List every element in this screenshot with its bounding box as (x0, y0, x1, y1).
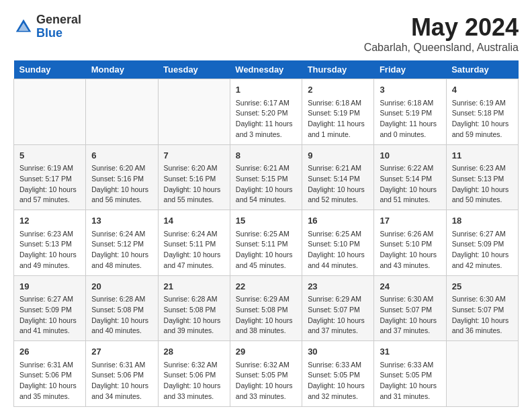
calendar-cell (446, 341, 518, 407)
day-number: 5 (19, 149, 80, 163)
calendar-cell: 25Sunrise: 6:30 AMSunset: 5:07 PMDayligh… (446, 275, 518, 341)
calendar-cell: 22Sunrise: 6:29 AMSunset: 5:08 PMDayligh… (230, 275, 302, 341)
calendar-cell: 11Sunrise: 6:23 AMSunset: 5:13 PMDayligh… (446, 144, 518, 210)
day-number: 12 (19, 214, 80, 228)
day-info: Sunrise: 6:32 AMSunset: 5:05 PMDaylight:… (236, 360, 296, 402)
day-info: Sunrise: 6:30 AMSunset: 5:07 PMDaylight:… (380, 294, 440, 336)
day-number: 25 (452, 280, 513, 293)
logo-text: General Blue (36, 13, 81, 40)
day-number: 1 (236, 83, 296, 97)
calendar-week-3: 12Sunrise: 6:23 AMSunset: 5:13 PMDayligh… (14, 210, 519, 276)
calendar-cell: 30Sunrise: 6:33 AMSunset: 5:05 PMDayligh… (302, 341, 374, 407)
day-number: 13 (91, 214, 152, 228)
calendar-cell: 14Sunrise: 6:24 AMSunset: 5:11 PMDayligh… (158, 210, 230, 276)
day-info: Sunrise: 6:30 AMSunset: 5:07 PMDaylight:… (452, 294, 513, 336)
day-number: 16 (308, 214, 368, 228)
day-number: 10 (380, 149, 440, 163)
weekday-header-tuesday: Tuesday (158, 60, 230, 79)
day-number: 21 (164, 280, 224, 293)
calendar-cell: 1Sunrise: 6:17 AMSunset: 5:20 PMDaylight… (230, 79, 302, 145)
calendar-cell: 18Sunrise: 6:27 AMSunset: 5:09 PMDayligh… (446, 210, 518, 276)
day-number: 27 (91, 345, 152, 359)
day-info: Sunrise: 6:19 AMSunset: 5:17 PMDaylight:… (19, 163, 80, 205)
calendar-cell (86, 79, 158, 145)
logo: General Blue (13, 13, 81, 40)
calendar-cell: 3Sunrise: 6:18 AMSunset: 5:19 PMDaylight… (374, 79, 446, 145)
day-info: Sunrise: 6:19 AMSunset: 5:18 PMDaylight:… (452, 98, 513, 140)
day-number: 28 (164, 345, 224, 359)
day-info: Sunrise: 6:28 AMSunset: 5:08 PMDaylight:… (91, 294, 152, 336)
weekday-header-sunday: Sunday (14, 60, 86, 79)
day-number: 3 (380, 83, 440, 97)
calendar-week-2: 5Sunrise: 6:19 AMSunset: 5:17 PMDaylight… (14, 144, 519, 210)
calendar-body: 1Sunrise: 6:17 AMSunset: 5:20 PMDaylight… (14, 79, 519, 407)
day-number: 14 (164, 214, 224, 228)
day-info: Sunrise: 6:28 AMSunset: 5:08 PMDaylight:… (164, 294, 224, 336)
calendar-cell: 20Sunrise: 6:28 AMSunset: 5:08 PMDayligh… (86, 275, 158, 341)
day-number: 29 (236, 345, 296, 359)
calendar-cell: 9Sunrise: 6:21 AMSunset: 5:14 PMDaylight… (302, 144, 374, 210)
weekday-header-monday: Monday (86, 60, 158, 79)
calendar-cell: 6Sunrise: 6:20 AMSunset: 5:16 PMDaylight… (86, 144, 158, 210)
calendar-cell: 15Sunrise: 6:25 AMSunset: 5:11 PMDayligh… (230, 210, 302, 276)
day-number: 17 (380, 214, 440, 228)
weekday-header-friday: Friday (374, 60, 446, 79)
day-info: Sunrise: 6:33 AMSunset: 5:05 PMDaylight:… (308, 360, 368, 402)
calendar-cell: 17Sunrise: 6:26 AMSunset: 5:10 PMDayligh… (374, 210, 446, 276)
logo-icon (13, 17, 34, 37)
day-info: Sunrise: 6:29 AMSunset: 5:08 PMDaylight:… (236, 294, 296, 336)
calendar-cell: 26Sunrise: 6:31 AMSunset: 5:06 PMDayligh… (14, 341, 86, 407)
calendar-cell: 12Sunrise: 6:23 AMSunset: 5:13 PMDayligh… (14, 210, 86, 276)
day-info: Sunrise: 6:26 AMSunset: 5:10 PMDaylight:… (380, 229, 440, 271)
weekday-header-row: SundayMondayTuesdayWednesdayThursdayFrid… (14, 60, 519, 79)
day-number: 23 (308, 280, 368, 293)
day-info: Sunrise: 6:25 AMSunset: 5:10 PMDaylight:… (308, 229, 368, 271)
day-number: 20 (91, 280, 152, 293)
page-header: General Blue May 2024 Cabarlah, Queensla… (13, 13, 519, 54)
weekday-header-thursday: Thursday (302, 60, 374, 79)
calendar-table: SundayMondayTuesdayWednesdayThursdayFrid… (13, 60, 519, 407)
calendar-cell (158, 79, 230, 145)
day-info: Sunrise: 6:20 AMSunset: 5:16 PMDaylight:… (91, 163, 152, 205)
day-info: Sunrise: 6:24 AMSunset: 5:11 PMDaylight:… (164, 229, 224, 271)
calendar-cell: 24Sunrise: 6:30 AMSunset: 5:07 PMDayligh… (374, 275, 446, 341)
title-area: May 2024 Cabarlah, Queensland, Australia (364, 13, 519, 54)
calendar-cell: 2Sunrise: 6:18 AMSunset: 5:19 PMDaylight… (302, 79, 374, 145)
day-info: Sunrise: 6:20 AMSunset: 5:16 PMDaylight:… (164, 163, 224, 205)
calendar-cell: 28Sunrise: 6:32 AMSunset: 5:06 PMDayligh… (158, 341, 230, 407)
calendar-cell: 13Sunrise: 6:24 AMSunset: 5:12 PMDayligh… (86, 210, 158, 276)
day-number: 7 (164, 149, 224, 163)
day-info: Sunrise: 6:33 AMSunset: 5:05 PMDaylight:… (380, 360, 440, 402)
day-info: Sunrise: 6:31 AMSunset: 5:06 PMDaylight:… (91, 360, 152, 402)
day-number: 24 (380, 280, 440, 293)
day-info: Sunrise: 6:21 AMSunset: 5:14 PMDaylight:… (308, 163, 368, 205)
calendar-week-1: 1Sunrise: 6:17 AMSunset: 5:20 PMDaylight… (14, 79, 519, 145)
calendar-cell: 19Sunrise: 6:27 AMSunset: 5:09 PMDayligh… (14, 275, 86, 341)
calendar-cell: 31Sunrise: 6:33 AMSunset: 5:05 PMDayligh… (374, 341, 446, 407)
day-info: Sunrise: 6:27 AMSunset: 5:09 PMDaylight:… (452, 229, 513, 271)
calendar-cell: 7Sunrise: 6:20 AMSunset: 5:16 PMDaylight… (158, 144, 230, 210)
day-info: Sunrise: 6:27 AMSunset: 5:09 PMDaylight:… (19, 294, 80, 336)
day-number: 6 (91, 149, 152, 163)
day-info: Sunrise: 6:29 AMSunset: 5:07 PMDaylight:… (308, 294, 368, 336)
day-number: 15 (236, 214, 296, 228)
calendar-cell: 4Sunrise: 6:19 AMSunset: 5:18 PMDaylight… (446, 79, 518, 145)
weekday-header-saturday: Saturday (446, 60, 518, 79)
main-title: May 2024 (364, 13, 519, 42)
day-number: 30 (308, 345, 368, 359)
day-number: 8 (236, 149, 296, 163)
calendar-cell: 16Sunrise: 6:25 AMSunset: 5:10 PMDayligh… (302, 210, 374, 276)
calendar-cell (14, 79, 86, 145)
day-info: Sunrise: 6:24 AMSunset: 5:12 PMDaylight:… (91, 229, 152, 271)
day-number: 22 (236, 280, 296, 293)
calendar-cell: 21Sunrise: 6:28 AMSunset: 5:08 PMDayligh… (158, 275, 230, 341)
day-info: Sunrise: 6:17 AMSunset: 5:20 PMDaylight:… (236, 98, 296, 140)
day-info: Sunrise: 6:23 AMSunset: 5:13 PMDaylight:… (452, 163, 513, 205)
subtitle: Cabarlah, Queensland, Australia (364, 42, 519, 54)
calendar-week-4: 19Sunrise: 6:27 AMSunset: 5:09 PMDayligh… (14, 275, 519, 341)
calendar-cell: 27Sunrise: 6:31 AMSunset: 5:06 PMDayligh… (86, 341, 158, 407)
calendar-cell: 8Sunrise: 6:21 AMSunset: 5:15 PMDaylight… (230, 144, 302, 210)
day-info: Sunrise: 6:25 AMSunset: 5:11 PMDaylight:… (236, 229, 296, 271)
calendar-cell: 29Sunrise: 6:32 AMSunset: 5:05 PMDayligh… (230, 341, 302, 407)
day-number: 31 (380, 345, 440, 359)
